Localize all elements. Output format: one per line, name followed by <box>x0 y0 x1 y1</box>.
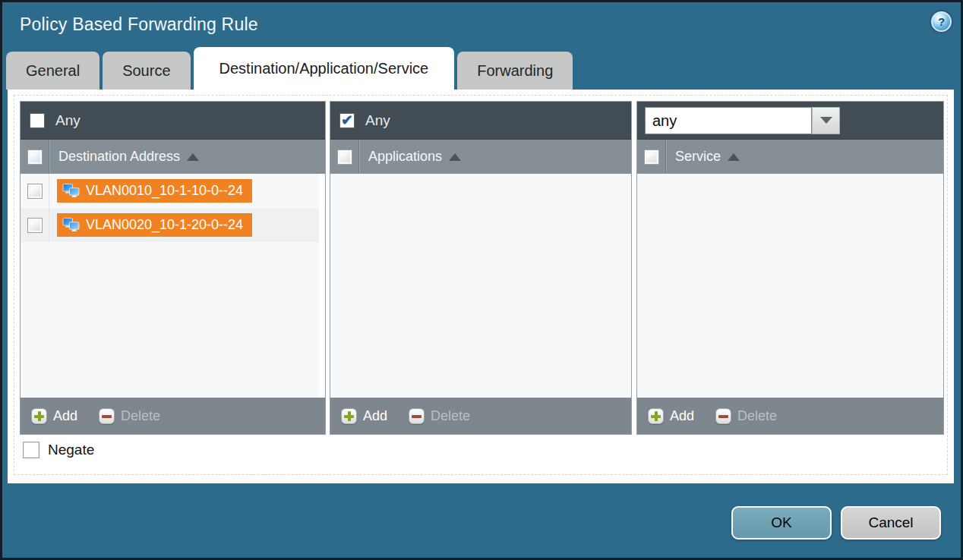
add-button[interactable]: Add <box>341 408 387 424</box>
add-label: Add <box>363 408 387 424</box>
destination-any-bar: Any <box>21 102 325 140</box>
tab-general[interactable]: General <box>6 52 99 90</box>
negate-label: Negate <box>48 442 94 458</box>
delete-button[interactable]: Delete <box>99 408 160 424</box>
cancel-button[interactable]: Cancel <box>841 506 941 540</box>
applications-header: Applications <box>330 140 631 174</box>
dialog-title: Policy Based Forwarding Rule <box>20 14 258 35</box>
table-row[interactable]: VLAN0020_10-1-20-0--24 <box>21 208 325 242</box>
network-icon <box>62 218 80 232</box>
plus-icon <box>31 408 47 424</box>
destination-toolbar: Add Delete <box>21 398 325 434</box>
delete-button[interactable]: Delete <box>409 408 470 424</box>
chevron-down-icon <box>820 117 832 124</box>
pbf-rule-dialog: Policy Based Forwarding Rule ? General S… <box>0 0 963 560</box>
minus-icon <box>409 408 425 424</box>
delete-label: Delete <box>121 408 160 424</box>
delete-label: Delete <box>737 408 777 424</box>
applications-toolbar: Add Delete <box>330 398 631 434</box>
tab-destination-application-service[interactable]: Destination/Application/Service <box>194 47 455 90</box>
destination-any-checkbox[interactable] <box>30 113 45 128</box>
service-toolbar: Add Delete <box>637 398 943 434</box>
service-dropdown-button[interactable] <box>812 107 840 134</box>
add-label: Add <box>53 408 77 424</box>
address-chip[interactable]: VLAN0020_10-1-20-0--24 <box>57 213 252 237</box>
applications-select-all-checkbox[interactable] <box>337 149 352 165</box>
help-glyph: ? <box>938 16 945 27</box>
applications-header-label[interactable]: Applications <box>368 149 442 165</box>
tab-bar: General Source Destination/Application/S… <box>6 47 573 90</box>
table-row[interactable]: VLAN0010_10-1-10-0--24 <box>21 174 325 208</box>
network-icon <box>62 184 80 198</box>
applications-any-checkbox[interactable] <box>339 113 355 128</box>
add-label: Add <box>670 408 694 424</box>
destination-address-list: VLAN0010_10-1-10-0--24 VLAN0020_10-1-20-… <box>21 174 325 398</box>
sort-asc-icon[interactable] <box>728 153 740 161</box>
service-header-label[interactable]: Service <box>675 149 721 165</box>
address-chip[interactable]: VLAN0010_10-1-10-0--24 <box>57 179 252 203</box>
tab-source[interactable]: Source <box>103 52 190 90</box>
applications-any-bar: Any <box>330 102 631 140</box>
tab-forwarding[interactable]: Forwarding <box>457 52 573 90</box>
delete-button[interactable]: Delete <box>715 408 777 424</box>
minus-icon <box>99 408 115 424</box>
delete-label: Delete <box>431 408 470 424</box>
service-dropdown-bar: any <box>637 102 943 140</box>
address-label: VLAN0020_10-1-20-0--24 <box>86 217 243 233</box>
negate-checkbox[interactable] <box>23 442 39 458</box>
destination-address-header: Destination Address <box>21 140 325 174</box>
service-header: Service <box>637 140 943 174</box>
service-list <box>637 174 943 398</box>
applications-column: Any Applications Add Delete <box>330 101 632 435</box>
service-column: any Service Add Delete <box>636 101 944 435</box>
row-checkbox[interactable] <box>27 184 43 199</box>
destination-address-header-label[interactable]: Destination Address <box>58 149 180 165</box>
destination-address-column: Any Destination Address <box>20 101 326 435</box>
ok-button[interactable]: OK <box>731 506 832 540</box>
negate-row: Negate <box>23 442 94 458</box>
sort-asc-icon[interactable] <box>187 153 199 161</box>
content-panel: Any Destination Address <box>8 90 954 483</box>
help-icon[interactable]: ? <box>931 11 952 32</box>
plus-icon <box>648 408 664 424</box>
add-button[interactable]: Add <box>31 408 77 424</box>
applications-list <box>330 174 631 398</box>
destination-select-all-checkbox[interactable] <box>27 149 43 165</box>
add-button[interactable]: Add <box>648 408 694 424</box>
minus-icon <box>715 408 731 424</box>
applications-any-label: Any <box>365 112 390 129</box>
row-checkbox[interactable] <box>27 218 43 233</box>
sort-asc-icon[interactable] <box>449 153 461 161</box>
plus-icon <box>341 408 357 424</box>
service-dropdown-value[interactable]: any <box>645 107 812 134</box>
address-label: VLAN0010_10-1-10-0--24 <box>86 183 243 199</box>
service-select-all-checkbox[interactable] <box>644 149 659 165</box>
destination-any-label: Any <box>55 112 81 129</box>
service-dropdown: any <box>645 107 840 134</box>
scrollbar-track[interactable] <box>319 174 324 398</box>
